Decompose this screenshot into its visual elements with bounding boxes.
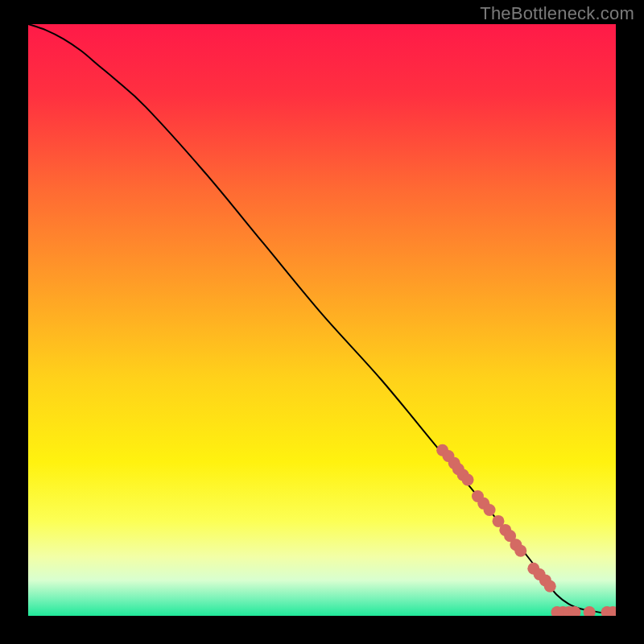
highlight-point: [462, 473, 474, 485]
chart-background: [28, 24, 616, 616]
chart-svg: [28, 24, 616, 616]
plot-area: [28, 24, 616, 616]
highlight-point: [484, 504, 496, 516]
watermark-text: TheBottleneck.com: [480, 3, 634, 24]
chart-frame: TheBottleneck.com: [0, 0, 644, 644]
highlight-point: [514, 545, 526, 557]
highlight-point: [544, 580, 556, 592]
